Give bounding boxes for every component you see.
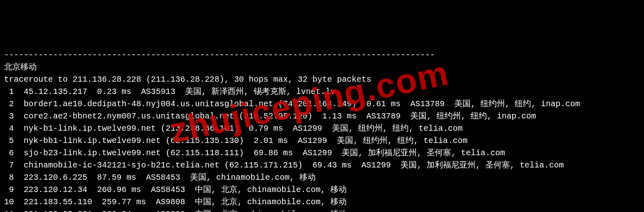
hop-detail: nyk-bb1-link.ip.twelve99.net (62.115.135… bbox=[14, 136, 467, 145]
hop-number: 6 bbox=[4, 147, 14, 159]
hop-row: 2 border1.ae10.dedipath-48.nyj004.us.uni… bbox=[4, 99, 580, 109]
hop-row: 8 223.120.6.225 87.59 ms AS58453 美国, chi… bbox=[4, 173, 316, 182]
traceroute-header: traceroute to 211.136.28.228 (211.136.28… bbox=[4, 75, 371, 84]
terminal-output: ----------------------------------------… bbox=[0, 49, 644, 212]
location-header: 北京移动 bbox=[4, 62, 37, 72]
hop-number: 3 bbox=[4, 110, 14, 123]
hop-number: 9 bbox=[4, 184, 14, 196]
hop-number: 10 bbox=[4, 196, 14, 208]
hop-detail: sjo-b23-link.ip.twelve99.net (62.115.118… bbox=[14, 148, 505, 158]
hop-row: 5 nyk-bb1-link.ip.twelve99.net (62.115.1… bbox=[4, 136, 467, 145]
hop-row: 6 sjo-b23-link.ip.twelve99.net (62.115.1… bbox=[4, 148, 505, 158]
hop-detail: 221.183.25.201 260.24 ms AS9808 中国, 北京, … bbox=[14, 210, 347, 212]
hop-detail: 45.12.135.217 0.23 ms AS35913 美国, 新泽西州, … bbox=[14, 87, 335, 96]
hop-row: 1 45.12.135.217 0.23 ms AS35913 美国, 新泽西州… bbox=[4, 87, 335, 96]
hop-detail: nyk-b1-link.ip.twelve99.net (213.248.66.… bbox=[14, 124, 463, 133]
separator-line: ----------------------------------------… bbox=[4, 50, 435, 60]
hop-number: 8 bbox=[4, 172, 14, 184]
hop-detail: 221.183.55.110 259.77 ms AS9808 中国, 北京, … bbox=[14, 197, 347, 207]
hop-row: 7 chinamobile-ic-342121-sjo-b21c.telia.n… bbox=[4, 161, 564, 170]
hop-detail: 223.120.12.34 260.96 ms AS58453 中国, 北京, … bbox=[14, 185, 347, 194]
hop-number: 11 bbox=[4, 208, 14, 212]
hop-detail: border1.ae10.dedipath-48.nyj004.us.unita… bbox=[14, 99, 580, 109]
hop-row: 10 221.183.55.110 259.77 ms AS9808 中国, 北… bbox=[4, 197, 347, 207]
hop-detail: core2.ae2-bbnet2.nym007.us.unitasglobal.… bbox=[14, 112, 536, 121]
hop-number: 5 bbox=[4, 135, 14, 147]
hop-number: 2 bbox=[4, 98, 14, 110]
hop-row: 11 221.183.25.201 260.24 ms AS9808 中国, 北… bbox=[4, 210, 347, 212]
hop-row: 4 nyk-b1-link.ip.twelve99.net (213.248.6… bbox=[4, 124, 463, 133]
hop-detail: chinamobile-ic-342121-sjo-b21c.telia.net… bbox=[14, 161, 564, 170]
hop-number: 4 bbox=[4, 123, 14, 135]
hop-number: 1 bbox=[4, 86, 14, 98]
hop-number: 7 bbox=[4, 159, 14, 172]
hop-detail: 223.120.6.225 87.59 ms AS58453 美国, china… bbox=[14, 173, 316, 182]
hop-row: 3 core2.ae2-bbnet2.nym007.us.unitasgloba… bbox=[4, 112, 536, 121]
hop-row: 9 223.120.12.34 260.96 ms AS58453 中国, 北京… bbox=[4, 185, 347, 194]
